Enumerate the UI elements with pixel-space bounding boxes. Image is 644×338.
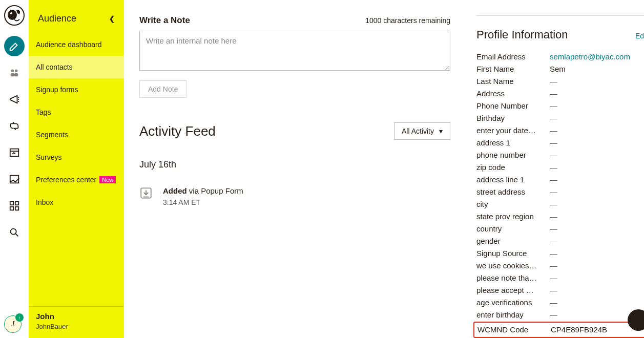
note-title: Write a Note [139,15,190,26]
profile-row: WCMND CodeCP4E89FB924B [473,322,644,338]
profile-field-label: country [476,223,550,235]
profile-field-label: address line 1 [476,174,550,186]
profile-field-label: First Name [476,63,550,75]
svg-rect-10 [15,202,18,205]
profile-field-value: — [550,272,557,284]
sidebar-item-label: Audience dashboard [36,40,101,49]
profile-title: Profile Information [476,28,568,41]
profile-field-value: — [550,186,557,198]
svg-point-13 [11,229,16,235]
sidebar-collapse-icon[interactable]: ❮ [109,15,115,23]
profile-field-value: — [550,235,557,247]
added-icon [139,186,153,200]
profile-field-value: — [550,297,557,309]
profile-row: enter your date…— [476,124,644,137]
rail-create-icon[interactable] [4,36,25,56]
profile-row: Address— [476,88,644,100]
profile-row: Email Addresssemlapetro@biyac.com [476,51,644,63]
rail-campaigns-icon[interactable] [4,89,25,110]
profile-field-label: Signup Source [476,247,550,260]
feed-item-time: 3:14 AM ET [163,198,243,206]
profile-row: First NameSem [476,63,644,75]
sidebar-item-preferences-center[interactable]: Preferences center New [29,168,124,191]
profile-field-value: CP4E89FB924B [551,324,607,336]
profile-field-value: — [550,88,557,100]
profile-field-value: Sem [550,63,566,75]
profile-field-value: — [550,210,557,223]
profile-row: enter birthday— [476,309,644,321]
svg-rect-12 [15,207,18,210]
profile-row: zip code— [476,161,644,174]
profile-field-label: Birthday [476,112,550,124]
feed-item-text: Added via Popup Form [163,186,243,195]
profile-field-label: WCMND Code [477,324,551,336]
sidebar-account-footer[interactable]: John JohnBauer [29,306,124,338]
svg-rect-9 [10,202,13,205]
rail-website-icon[interactable] [4,142,25,163]
sidebar-item-label: Inbox [36,198,53,206]
profile-field-label: please note tha… [476,272,550,284]
feed-date-header: July 16th [139,159,450,170]
profile-row: state prov region— [476,210,644,223]
sidebar-title: Audience [38,13,76,24]
profile-field-label: phone number [476,149,550,161]
profile-row: Phone Number— [476,100,644,112]
sidebar-item-tags[interactable]: Tags [29,101,124,123]
activity-filter-dropdown[interactable]: All Activity ▾ [394,122,450,140]
sidebar-item-label: Preferences center [36,176,96,184]
profile-field-label: enter your date… [476,124,550,137]
mailchimp-logo-icon[interactable] [4,5,25,26]
profile-row: phone number— [476,149,644,161]
profile-row: city— [476,198,644,210]
icon-rail: J ↑ [0,0,29,338]
rail-automations-icon[interactable] [4,116,25,136]
profile-field-value: — [550,174,557,186]
profile-row: please note tha…— [476,272,644,284]
account-name: John [36,312,117,321]
profile-field-label: Last Name [476,75,550,88]
profile-field-value: — [550,124,557,137]
svg-rect-11 [10,207,13,210]
profile-field-value: — [550,112,557,124]
sidebar-item-all-contacts[interactable]: All contacts [0,56,124,78]
avatar-initial: J [11,320,14,328]
rail-content-icon[interactable] [4,169,25,189]
profile-field-label: street address [476,186,550,198]
sidebar-item-surveys[interactable]: Surveys [29,146,124,168]
profile-field-value: — [550,75,557,88]
sidebar-item-signup-forms[interactable]: Signup forms [29,78,124,101]
profile-field-label: please accept … [476,284,550,297]
profile-panel: Profile Information Ed Email Addressseml… [476,15,644,338]
profile-field-value: — [550,260,557,272]
profile-row: gender— [476,235,644,247]
profile-field-value: — [550,309,557,321]
profile-row: country— [476,223,644,235]
profile-field-label: age verifications [476,297,550,309]
profile-field-value[interactable]: semlapetro@biyac.com [550,51,630,63]
profile-row: street address— [476,186,644,198]
profile-field-value: — [550,137,557,149]
profile-field-label: address 1 [476,137,550,149]
profile-field-value: — [550,100,557,112]
sidebar-item-label: Surveys [36,153,62,161]
profile-field-label: enter birthday [476,309,550,321]
profile-row: address line 1— [476,174,644,186]
add-note-button[interactable]: Add Note [139,80,186,98]
profile-field-label: Email Address [476,51,550,63]
sidebar-item-segments[interactable]: Segments [29,123,124,146]
profile-edit-link[interactable]: Ed [635,32,644,40]
sidebar-item-label: Segments [36,131,68,139]
sidebar-item-label: Signup forms [36,86,78,94]
sidebar-item-inbox[interactable]: Inbox [29,191,124,214]
rail-search-icon[interactable] [4,222,25,243]
user-avatar[interactable]: J ↑ [4,315,22,333]
svg-rect-8 [10,176,19,183]
profile-field-label: Address [476,88,550,100]
note-textarea[interactable] [139,31,450,71]
avatar-upgrade-icon: ↑ [15,313,24,322]
sidebar-item-audience-dashboard[interactable]: Audience dashboard [29,33,124,56]
rail-integrations-icon[interactable] [4,196,25,216]
activity-filter-label: All Activity [402,127,434,135]
profile-field-value: — [550,198,557,210]
new-badge: New [99,176,116,183]
